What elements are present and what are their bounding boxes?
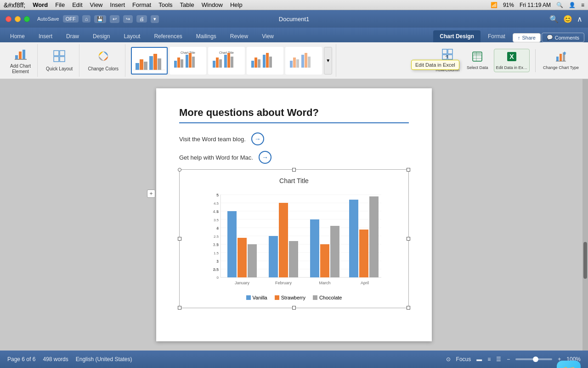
customize-button[interactable]: ▾ xyxy=(151,15,159,23)
view-page-icon[interactable]: ☰ xyxy=(496,356,501,362)
tab-chart-design[interactable]: Chart Design xyxy=(433,30,481,42)
chart-style-1[interactable] xyxy=(131,47,168,75)
scrollbar-thumb[interactable] xyxy=(583,242,587,279)
chart-handle-bottom-left[interactable] xyxy=(178,306,181,310)
scrollbar[interactable] xyxy=(582,79,588,351)
close-button[interactable] xyxy=(6,16,11,22)
word-count: 498 words xyxy=(43,356,68,362)
chart-container[interactable]: Chart Title 5 4.5 4 3.5 xyxy=(179,169,409,308)
save-button[interactable]: 💾 xyxy=(94,15,106,23)
apple-menu[interactable]: &#xf8ff; xyxy=(4,1,25,9)
comments-button[interactable]: 💬 Comments xyxy=(542,33,584,42)
svg-text:5: 5 xyxy=(217,193,219,197)
home-button[interactable]: ⌂ xyxy=(82,15,91,23)
menu-view[interactable]: View xyxy=(90,1,103,8)
comments-label: Comments xyxy=(555,35,579,40)
screenshots-folder[interactable]: 📁 xyxy=(557,361,581,368)
svg-text:Chart Title: Chart Title xyxy=(181,51,195,54)
change-chart-type-button[interactable]: Change Chart Type xyxy=(541,49,581,72)
menu-icon[interactable]: ≡ xyxy=(581,2,584,8)
print-button[interactable]: 🖨 xyxy=(136,15,147,23)
menu-help[interactable]: Help xyxy=(230,1,243,8)
ribbon-content: Add ChartElement Quick Layout xyxy=(0,42,588,79)
quick-layout-label: Quick Layout xyxy=(46,66,73,72)
edit-data-in-excel-button[interactable]: X Edit Data in Ex… xyxy=(494,49,530,72)
user-icon[interactable]: 👤 xyxy=(569,2,576,8)
svg-rect-29 xyxy=(231,57,233,68)
account-button[interactable]: 😊 xyxy=(563,15,572,23)
tab-mailings[interactable]: Mailings xyxy=(190,30,223,42)
document-area: + More questions about Word? Visit the W… xyxy=(0,79,588,351)
view-normal-icon[interactable]: ▬ xyxy=(476,356,482,362)
tab-format[interactable]: Format xyxy=(481,30,512,42)
svg-rect-54 xyxy=(560,54,562,61)
chart-handle-bottom-right[interactable] xyxy=(407,306,410,310)
minimize-button[interactable] xyxy=(15,16,21,22)
bar-mar-chocolate xyxy=(330,226,339,277)
chart-handle-top-right[interactable] xyxy=(407,168,410,172)
svg-rect-6 xyxy=(54,57,59,62)
chart-style-2[interactable]: Chart Title xyxy=(170,47,206,75)
undo-button[interactable]: ↩ xyxy=(110,15,119,23)
maximize-button[interactable] xyxy=(24,16,30,22)
chart-handle-bottom-middle[interactable] xyxy=(292,306,296,310)
chart-style-thumbnails: Chart Title Chart Title xyxy=(131,47,322,75)
menu-table[interactable]: Table xyxy=(180,1,194,8)
menu-tools[interactable]: Tools xyxy=(158,1,172,8)
menu-file[interactable]: File xyxy=(55,1,65,8)
add-block-button[interactable]: + xyxy=(147,190,155,198)
focus-label[interactable]: Focus xyxy=(456,356,471,362)
chart-style-3[interactable]: Chart Title xyxy=(208,47,245,75)
menu-format[interactable]: Format xyxy=(132,1,151,8)
chart-handle-middle-left[interactable] xyxy=(178,237,181,241)
tab-insert[interactable]: Insert xyxy=(32,30,59,42)
bar-jan-strawberry xyxy=(237,238,247,277)
tab-review[interactable]: Review xyxy=(224,30,254,42)
add-chart-element-button[interactable]: Add ChartElement xyxy=(7,45,34,76)
tab-draw[interactable]: Draw xyxy=(60,30,85,42)
menu-word[interactable]: Word xyxy=(33,1,48,8)
quick-layout-button[interactable]: Quick Layout xyxy=(43,48,75,74)
titlebar-controls: AutoSave OFF ⌂ 💾 ↩ ↪ 🖨 ▾ xyxy=(37,15,159,23)
chart-handle-middle-right[interactable] xyxy=(407,237,410,241)
select-data-button[interactable]: Select Data xyxy=(465,49,490,72)
legend-chocolate: Chocolate xyxy=(313,295,342,300)
tab-references[interactable]: References xyxy=(147,30,188,42)
svg-rect-28 xyxy=(227,53,230,68)
search-icon[interactable]: 🔍 xyxy=(556,2,563,8)
screenshots-folder-area: 📁 Screenshots xyxy=(557,361,581,368)
svg-text:3: 3 xyxy=(217,226,219,230)
menu-edit[interactable]: Edit xyxy=(72,1,82,8)
mac-help-link-arrow[interactable]: → xyxy=(259,151,271,164)
tab-layout[interactable]: Layout xyxy=(117,30,147,42)
chart-styles-chevron[interactable]: ▼ xyxy=(324,47,332,75)
search-toolbar-button[interactable]: 🔍 xyxy=(549,15,559,23)
zoom-slider[interactable] xyxy=(515,358,552,360)
chart-style-5[interactable] xyxy=(285,47,322,75)
menu-insert[interactable]: Insert xyxy=(110,1,125,8)
blog-link-arrow[interactable]: → xyxy=(251,132,264,145)
tab-design[interactable]: Design xyxy=(86,30,116,42)
svg-text:February: February xyxy=(275,281,292,285)
svg-text:2.5: 2.5 xyxy=(214,235,219,239)
view-outline-icon[interactable]: ≡ xyxy=(487,356,491,362)
redo-button[interactable]: ↪ xyxy=(123,15,133,23)
svg-rect-12 xyxy=(149,56,153,70)
share-button[interactable]: ↑ Share xyxy=(513,33,541,42)
legend-chocolate-label: Chocolate xyxy=(319,295,342,300)
tab-home[interactable]: Home xyxy=(4,30,31,42)
change-colors-button[interactable]: Change Colors xyxy=(85,48,121,74)
bar-apr-vanilla xyxy=(349,200,358,277)
chart-style-4[interactable] xyxy=(247,47,283,75)
menu-window[interactable]: Window xyxy=(202,1,223,8)
document-title: Document1 xyxy=(279,16,309,23)
tab-view[interactable]: View xyxy=(255,30,280,42)
chart-handle-top-left[interactable] xyxy=(178,168,181,172)
chart-handle-top-middle[interactable] xyxy=(292,168,296,172)
zoom-out-button[interactable]: − xyxy=(507,356,510,362)
svg-rect-26 xyxy=(219,59,222,68)
ribbon-collapse-button[interactable]: ∧ xyxy=(577,15,582,23)
change-chart-type-label: Change Chart Type xyxy=(543,65,579,70)
autosave-toggle[interactable]: OFF xyxy=(63,15,79,23)
zoom-thumb[interactable] xyxy=(533,356,538,362)
